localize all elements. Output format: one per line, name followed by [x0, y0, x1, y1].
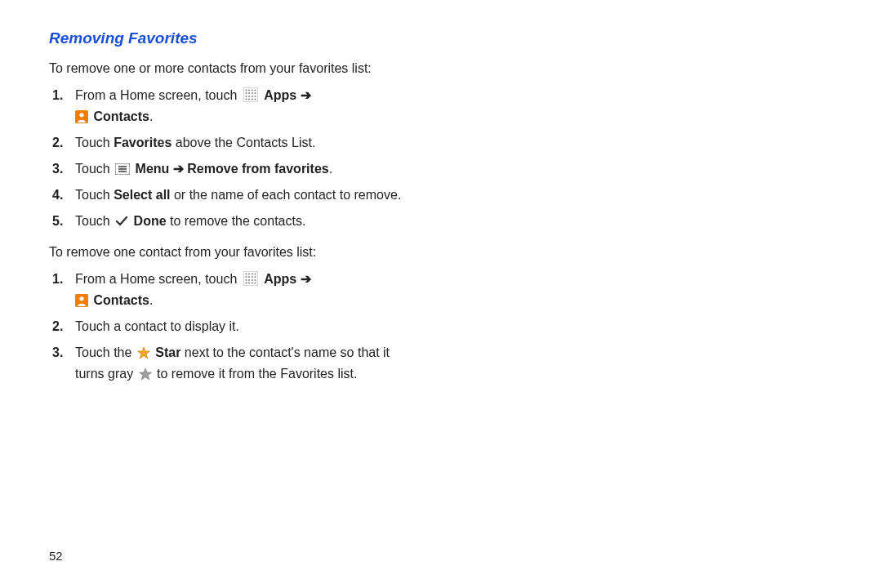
svg-marker-42 [137, 347, 149, 359]
svg-rect-23 [243, 271, 258, 286]
step-b2: Touch a contact to display it. [70, 314, 408, 340]
step-text: Touch [75, 136, 114, 149]
svg-marker-43 [139, 368, 151, 380]
step-text: above the Contacts List. [172, 136, 315, 149]
step-a4: Touch Select all or the name of each con… [70, 182, 408, 208]
svg-point-13 [245, 99, 247, 100]
period: . [149, 109, 153, 123]
svg-point-35 [254, 279, 256, 281]
favorites-label: Favorites [114, 136, 172, 149]
contacts-icon [75, 109, 88, 122]
step-a3: Touch Menu ➔ Remove from favorites. [70, 156, 408, 182]
menu-icon [115, 161, 130, 172]
svg-point-16 [254, 99, 256, 100]
svg-point-15 [252, 99, 253, 100]
svg-point-12 [254, 96, 256, 97]
svg-point-26 [252, 274, 253, 275]
svg-point-39 [254, 283, 256, 284]
svg-point-6 [248, 92, 250, 94]
period: . [329, 162, 332, 176]
apps-label: Apps [264, 272, 296, 286]
step-text: Touch [75, 214, 110, 228]
step-a1: From a Home screen, touch Apps ➔ [70, 82, 408, 130]
step-b1: From a Home screen, touch Apps ➔ [70, 266, 408, 314]
apps-grid-icon [243, 87, 258, 102]
check-icon [115, 213, 128, 225]
svg-point-29 [248, 276, 250, 278]
remove-label: Remove from favorites [187, 162, 328, 176]
step-text: next to the contact's name so that it [180, 345, 390, 359]
step-a5: Touch Done to remove the contacts. [70, 208, 408, 234]
selectall-label: Select all [114, 188, 170, 202]
steps-list-a: From a Home screen, touch Apps ➔ [49, 82, 408, 234]
apps-grid-icon [243, 271, 258, 286]
step-text: Touch [75, 188, 114, 202]
star-label: Star [155, 345, 180, 359]
manual-page: Removing Favorites To remove one or more… [0, 0, 457, 387]
period: . [149, 293, 153, 307]
star-gray-icon [139, 367, 152, 380]
svg-point-4 [254, 90, 256, 91]
svg-point-11 [252, 96, 253, 97]
svg-point-27 [254, 274, 256, 275]
arrow-icon: ➔ [301, 272, 311, 286]
svg-point-9 [245, 96, 247, 97]
svg-point-30 [252, 276, 253, 278]
svg-point-37 [248, 283, 250, 284]
intro-text-2: To remove one contact from your favorite… [49, 243, 408, 261]
contacts-label: Contacts [93, 293, 149, 307]
arrow-icon: ➔ [301, 88, 311, 102]
step-a2: Touch Favorites above the Contacts List. [70, 130, 408, 156]
svg-rect-0 [243, 87, 258, 102]
svg-point-33 [248, 279, 250, 281]
step-text: From a Home screen, touch [75, 272, 237, 286]
svg-point-18 [79, 113, 83, 117]
svg-point-28 [245, 276, 247, 278]
step-b3: Touch the Star next to the contact's nam… [70, 340, 408, 387]
step-text: or the name of each contact to remove. [171, 188, 402, 202]
step-text: to remove it from the Favorites list. [154, 367, 358, 381]
svg-point-7 [252, 92, 253, 94]
svg-point-32 [245, 279, 247, 281]
star-gold-icon [137, 345, 150, 359]
section-heading: Removing Favorites [49, 29, 408, 47]
menu-label: Menu [136, 162, 170, 176]
svg-point-41 [79, 297, 83, 301]
apps-label: Apps [264, 88, 296, 102]
svg-point-14 [248, 99, 250, 100]
step-text: Touch [75, 162, 110, 176]
page-number: 52 [49, 549, 63, 563]
svg-point-8 [254, 92, 256, 94]
svg-point-1 [245, 90, 247, 91]
arrow-icon: ➔ [173, 162, 184, 176]
contacts-label: Contacts [93, 109, 149, 123]
done-label: Done [134, 214, 167, 228]
svg-point-25 [248, 274, 250, 275]
step-text: Touch a contact to display it. [75, 319, 239, 333]
svg-point-2 [248, 90, 250, 91]
svg-point-3 [252, 90, 253, 91]
svg-point-31 [254, 276, 256, 278]
step-text: Touch the [75, 345, 131, 359]
steps-list-b: From a Home screen, touch Apps ➔ [49, 266, 408, 387]
step-text: turns gray [75, 367, 133, 381]
svg-point-5 [245, 92, 247, 94]
step-text: to remove the contacts. [167, 214, 306, 228]
svg-point-38 [252, 283, 253, 284]
svg-point-34 [252, 279, 253, 281]
svg-point-24 [245, 274, 247, 275]
svg-point-36 [245, 283, 247, 284]
contacts-icon [75, 293, 88, 306]
intro-text-1: To remove one or more contacts from your… [49, 59, 408, 78]
step-text: From a Home screen, touch [75, 88, 237, 102]
svg-point-10 [248, 96, 250, 97]
